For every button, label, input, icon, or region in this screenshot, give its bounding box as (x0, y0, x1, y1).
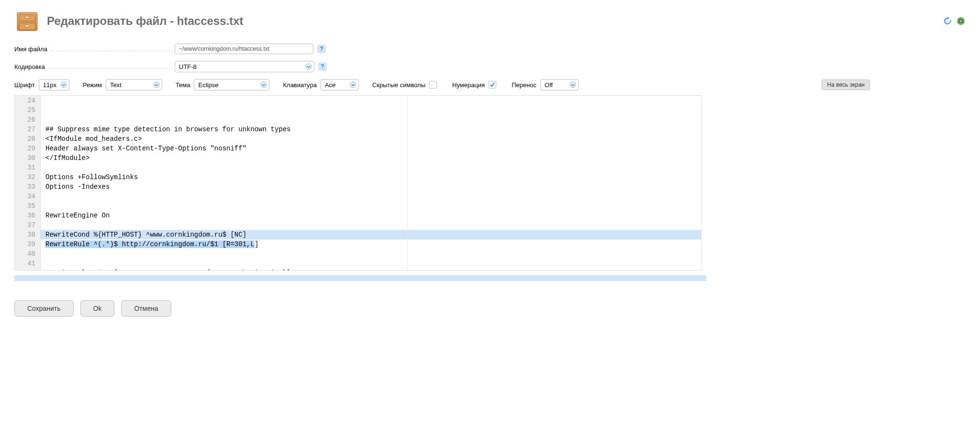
code-line: RewriteRule .* - [E=HTTP_AUTHORIZATION:%… (41, 268, 701, 270)
help-icon[interactable]: ? (317, 45, 326, 53)
archive-icon (14, 9, 40, 33)
editor-toolbar: Шрифт 11px Режим Text Тема Eclipse Клави… (14, 79, 966, 91)
encoding-value: UTF-8 (179, 63, 197, 70)
code-line (41, 259, 701, 268)
chevron-down-icon (569, 81, 576, 88)
filename-input[interactable] (175, 44, 313, 54)
editor-code-area[interactable]: ## Suppress mime type detection in brows… (41, 96, 701, 270)
code-line (41, 192, 701, 201)
ok-button[interactable]: Ok (80, 300, 115, 317)
wrap-select[interactable]: Off (540, 79, 579, 91)
keyboard-label: Клавиатура (283, 81, 316, 89)
header: Редактировать файл - htaccess.txt (14, 9, 966, 33)
svg-point-13 (570, 82, 576, 88)
theme-label: Тема (176, 81, 190, 89)
code-line: ## Suppress mime type detection in brows… (41, 125, 701, 134)
svg-rect-3 (25, 16, 30, 18)
code-line: RewriteCond %{HTTP_HOST} ^www.cornkingdo… (41, 230, 701, 239)
keyboard-select[interactable]: Ace (321, 79, 359, 91)
font-label: Шрифт (14, 81, 35, 89)
code-line: Options -Indexes (41, 182, 701, 192)
chevron-down-icon (60, 81, 67, 88)
code-line: </IfModule> (41, 153, 701, 163)
mode-select[interactable]: Text (106, 79, 162, 91)
font-select[interactable]: 11px (39, 79, 69, 91)
code-line (41, 163, 701, 172)
hidden-chars-label: Скрытые символы (372, 81, 425, 89)
cancel-button[interactable]: Отмена (121, 300, 171, 317)
svg-point-11 (261, 82, 267, 88)
svg-rect-4 (25, 25, 30, 27)
code-line: RewriteEngine On (41, 211, 701, 220)
code-line (41, 249, 701, 259)
help-icon[interactable]: ? (318, 62, 327, 71)
code-editor[interactable]: 242526272829303132333435363738394041 ## … (14, 95, 702, 271)
print-margin (407, 96, 408, 270)
encoding-label: Кодировка (14, 63, 175, 70)
settings-icon[interactable] (956, 16, 966, 26)
editor-gutter: 242526272829303132333435363738394041 (15, 96, 41, 270)
svg-point-10 (154, 82, 159, 88)
chevron-down-icon (153, 81, 160, 88)
code-line: Header always set X-Content-Type-Options… (41, 144, 701, 153)
footer-buttons: Сохранить Ok Отмена (14, 300, 966, 317)
chevron-down-icon (305, 63, 312, 70)
chevron-down-icon (350, 81, 356, 88)
numbering-label: Нумерация (452, 81, 485, 89)
code-line (41, 201, 701, 211)
theme-select[interactable]: Eclipse (194, 79, 269, 91)
fullscreen-button[interactable]: На весь экран (822, 80, 870, 90)
mode-label: Режим (83, 81, 102, 89)
code-line: Options +FollowSymlinks (41, 172, 701, 182)
editor-scrollbar[interactable] (14, 275, 706, 281)
refresh-icon[interactable] (943, 16, 952, 26)
encoding-select[interactable]: UTF-8 (175, 61, 314, 72)
svg-point-7 (960, 20, 962, 22)
svg-point-8 (306, 64, 312, 69)
page-title: Редактировать файл - htaccess.txt (47, 14, 244, 28)
chevron-down-icon (260, 81, 267, 88)
save-button[interactable]: Сохранить (14, 300, 74, 317)
numbering-checkbox[interactable] (489, 81, 496, 89)
svg-point-9 (61, 82, 67, 88)
code-line (41, 220, 701, 230)
code-line: <IfModule mod_headers.c> (41, 134, 701, 144)
filename-label: Имя файла (14, 45, 175, 53)
code-line: RewriteRule ^(.*)$ http://cornkingdom.ru… (41, 239, 701, 249)
hidden-chars-checkbox[interactable] (429, 81, 437, 89)
wrap-label: Перенос (512, 81, 536, 89)
svg-point-12 (350, 82, 356, 88)
